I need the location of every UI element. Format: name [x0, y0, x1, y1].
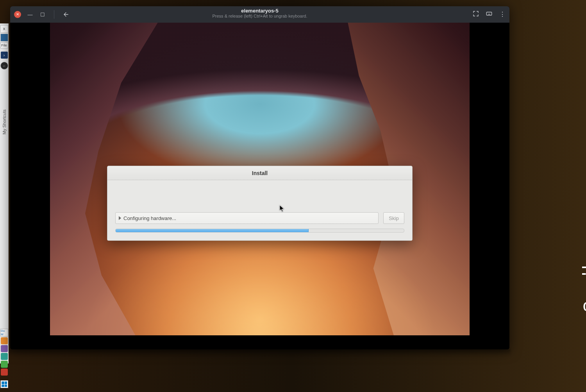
host-start-button[interactable]: [0, 380, 8, 388]
keyboard-icon: [486, 11, 492, 17]
minimize-button[interactable]: —: [27, 11, 34, 18]
titlebar-left-controls: ✕ — ☐: [14, 10, 69, 19]
host-tray-icon[interactable]: [1, 361, 8, 368]
keyboard-button[interactable]: [486, 11, 492, 18]
host-tray-icon[interactable]: [1, 345, 8, 352]
triangle-right-icon: [119, 216, 121, 220]
window-drop-shadow: [9, 349, 510, 356]
install-progress-fill: [116, 229, 309, 232]
host-os-strip: X File › ⌕ My Shortcuts: [0, 23, 9, 363]
install-status-row: Configuring hardware... Skip: [115, 212, 404, 224]
host-search-icon[interactable]: ⌕: [0, 62, 8, 70]
vm-title: elementaryos-5: [212, 8, 307, 14]
host-tray-icon[interactable]: [1, 369, 8, 376]
install-status-text: Configuring hardware...: [123, 215, 176, 221]
maximize-button[interactable]: ☐: [39, 11, 46, 18]
fullscreen-button[interactable]: [473, 11, 479, 18]
arrow-left-icon: [63, 11, 69, 18]
kebab-icon: ⋮: [499, 11, 506, 18]
host-do-fragment: Do M: [0, 329, 8, 337]
cursor-icon: [279, 205, 285, 213]
close-button[interactable]: ✕: [14, 11, 21, 18]
host-shortcuts-label: My Shortcuts: [2, 109, 7, 134]
host-menu-file-fragment[interactable]: File: [0, 42, 8, 48]
guest-wallpaper: Install Configuring hardware... Skip: [50, 23, 470, 335]
vm-window: ✕ — ☐ elementaryos-5 Press & release (le…: [10, 6, 509, 349]
host-right-glyph: o: [583, 296, 586, 315]
host-window-close-fragment[interactable]: X: [0, 25, 8, 33]
install-dialog-body: Configuring hardware... Skip: [107, 180, 412, 240]
host-app-icon[interactable]: [0, 34, 8, 41]
guest-display: Install Configuring hardware... Skip: [10, 23, 509, 349]
mouse-cursor: [279, 205, 285, 213]
menu-button[interactable]: ⋮: [499, 11, 506, 18]
titlebar-separator: [54, 10, 54, 19]
host-right-glyph: F: [582, 262, 586, 285]
host-tray-icon[interactable]: [1, 337, 8, 344]
svg-rect-0: [486, 12, 491, 15]
host-right-fragment: F o: [582, 23, 586, 363]
host-collapse-chevron-icon[interactable]: ›: [1, 52, 8, 59]
titlebar-right-controls: ⋮: [473, 11, 506, 18]
titlebar-title-group: elementaryos-5 Press & release (left) Ct…: [212, 8, 307, 18]
back-button[interactable]: [62, 11, 69, 18]
install-status-expander[interactable]: Configuring hardware...: [115, 212, 379, 224]
install-dialog: Install Configuring hardware... Skip: [107, 166, 413, 241]
host-taskbar-fragment: Do M: [0, 329, 9, 388]
install-progress-bar: [115, 229, 404, 233]
skip-button[interactable]: Skip: [383, 212, 404, 224]
host-tray-icon[interactable]: [1, 353, 8, 360]
vm-subtitle: Press & release (left) Ctrl+Alt to ungra…: [212, 14, 307, 18]
vm-titlebar: ✕ — ☐ elementaryos-5 Press & release (le…: [10, 6, 509, 23]
install-dialog-title: Install: [107, 166, 412, 180]
fullscreen-icon: [473, 11, 479, 17]
